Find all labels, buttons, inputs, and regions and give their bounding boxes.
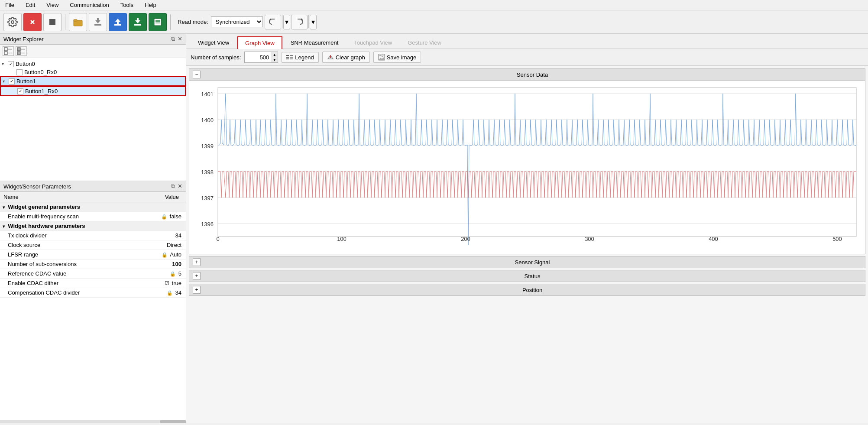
restore-icon[interactable]: ⧉ [171,36,175,42]
param-value-tx-clock[interactable]: 34 [139,231,186,240]
lock-icon-comp-cdac: 🔒 [167,290,173,295]
settings-button[interactable] [3,13,22,31]
param-value-comp-cdac[interactable]: 🔒 34 [139,288,186,298]
sensor-signal-header: + Sensor Signal [189,256,865,268]
report-button[interactable] [149,13,167,31]
table-row: Enable CDAC dither ☑ true [0,279,186,288]
sensor-data-section: − Sensor Data 1401 1400 1399 1398 1397 1… [189,68,865,254]
redo-dropdown[interactable]: ▾ [310,15,317,29]
open-button[interactable] [69,13,87,31]
svg-rect-15 [137,18,139,22]
tree-item-button1-rx0[interactable]: ✓ Button1_Rx0 [0,86,186,96]
sensor-signal-expand[interactable]: + [193,258,201,266]
svg-rect-6 [74,19,77,21]
col-name: Name [0,192,139,202]
tree-item-button1[interactable]: ▾ ✓ Button1 [0,76,186,86]
blue-signal [218,94,856,245]
download-button[interactable] [89,13,107,31]
read-mode-label: Read mode: [178,19,208,25]
stop-button[interactable] [23,13,42,31]
param-value-cdac-ref[interactable]: 🔒 5 [139,269,186,279]
tab-snr-measurement[interactable]: SNR Measurement [283,36,346,49]
param-value-lfsr[interactable]: 🔒 Auto [139,250,186,260]
params-table: Name Value ▾ Widget general parameters [0,192,186,420]
param-value-sub-conv[interactable]: 100 [139,260,186,269]
undo-dropdown[interactable]: ▾ [283,15,290,29]
upload-button[interactable] [109,13,127,31]
save-image-button[interactable]: Save image [373,52,421,63]
close-icon[interactable]: ✕ [178,36,182,42]
check-icon-cdac-dither[interactable]: ☑ [165,280,169,286]
tab-widget-view[interactable]: Widget View [191,36,236,49]
svg-text:1397: 1397 [201,195,214,201]
value-comp-cdac: 34 [175,289,181,296]
group-general-chevron[interactable]: ▾ [3,205,5,210]
params-panel-header: Widget/Sensor Parameters ⧉ ✕ [0,181,186,192]
table-row: Compensation CDAC divider 🔒 34 [0,288,186,298]
checkbox-button1-rx0[interactable]: ✓ [17,88,23,94]
tree-item-button0-rx0[interactable]: Button0_Rx0 [0,68,186,76]
svg-rect-27 [17,52,20,55]
main-layout: Widget Explorer ⧉ ✕ [0,34,868,423]
legend-label: Legend [295,54,314,61]
checkbox-button1[interactable]: ✓ [9,78,15,84]
svg-rect-23 [4,52,7,55]
samples-increment[interactable]: ▲ [271,52,278,57]
samples-input[interactable]: 500 [245,53,271,62]
value-lfsr: Auto [170,251,181,258]
param-value-clock-source[interactable]: Direct [139,240,186,250]
legend-button[interactable]: Legend [282,52,318,63]
menu-edit[interactable]: Edit [24,1,37,9]
samples-decrement[interactable]: ▼ [271,57,278,62]
status-expand[interactable]: + [193,272,201,280]
svg-rect-32 [286,58,289,59]
menu-tools[interactable]: Tools [119,1,135,9]
stop-square-button[interactable] [43,13,62,31]
widget-explorer-header: Widget Explorer ⧉ ✕ [0,34,186,45]
checkbox-button0-rx0[interactable] [16,69,23,75]
lock-icon-enable-mf: 🔒 [161,214,167,219]
params-close-icon[interactable]: ✕ [178,183,182,190]
redo-button[interactable] [291,15,308,29]
table-row: Number of sub-conversions 100 [0,260,186,269]
menu-file[interactable]: File [3,1,16,9]
download-green-button[interactable] [129,13,147,31]
collapse-tree-button[interactable] [16,46,27,56]
status-title: Status [203,273,862,279]
tab-graph-view[interactable]: Graph View [237,36,282,49]
graph-content: − Sensor Data 1401 1400 1399 1398 1397 1… [186,66,868,423]
menu-communication[interactable]: Communication [68,1,110,9]
save-image-icon [378,54,385,61]
read-mode-select[interactable]: Synchronized Async [211,16,263,27]
undo-button[interactable] [265,15,281,29]
tree-item-button0[interactable]: ▾ ✓ Button0 [0,60,186,68]
checkbox-button0[interactable]: ✓ [8,61,14,67]
svg-rect-31 [286,57,289,58]
sensor-data-collapse[interactable]: − [193,71,201,78]
position-header: + Position [189,284,865,295]
menu-help[interactable]: Help [143,1,158,9]
svg-rect-38 [379,55,381,56]
svg-marker-11 [115,19,120,22]
sensor-data-chart[interactable]: 1401 1400 1399 1398 1397 1396 [189,81,865,254]
group-hardware-label: Widget hardware parameters [8,223,85,229]
widget-explorer-header-icons: ⧉ ✕ [171,36,182,42]
svg-rect-16 [154,19,161,26]
widget-explorer-toolbar [0,45,186,58]
params-restore-icon[interactable]: ⧉ [171,183,175,190]
samples-label: Number of samples: [191,54,241,61]
clear-graph-button[interactable]: Clear graph [322,52,370,63]
expand-tree-button[interactable] [3,46,14,56]
sensor-data-header: − Sensor Data [189,69,865,81]
position-expand[interactable]: + [193,286,201,294]
save-image-label: Save image [387,54,417,61]
chevron-button0: ▾ [2,62,8,66]
param-value-enable-mf[interactable]: 🔒 false [139,212,186,221]
menu-view[interactable]: View [45,1,60,9]
svg-text:1396: 1396 [201,221,214,227]
param-value-cdac-dither[interactable]: ☑ true [139,279,186,288]
params-scrollbar[interactable] [0,420,186,423]
group-hardware-chevron[interactable]: ▾ [3,224,5,229]
param-name-clock-source: Clock source [0,240,139,250]
sensor-data-body: 1401 1400 1399 1398 1397 1396 [189,81,865,254]
